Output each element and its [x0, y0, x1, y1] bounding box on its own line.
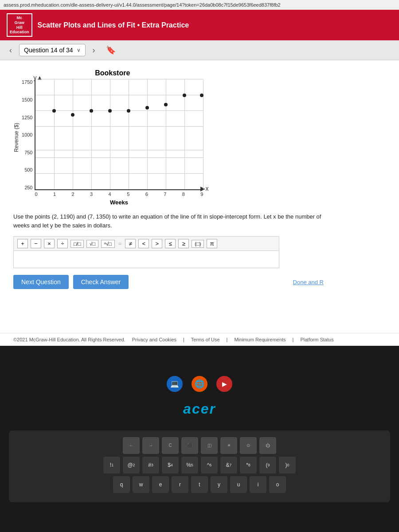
logo-mc: Mc [17, 16, 23, 20]
taskbar-icons: 💻 🌐 ▶ [167, 376, 232, 392]
data-point-w5 [127, 109, 130, 113]
chart-grid: y▲ ▶x [35, 79, 203, 190]
page-title: Scatter Plots and Lines of Fit • Extra P… [38, 21, 189, 29]
kb-dollar-key[interactable]: $4 [162, 457, 179, 473]
chart-title: Bookstore [22, 69, 203, 77]
kb-hash-key[interactable]: #3 [142, 457, 159, 473]
x-axis-label: Weeks [35, 199, 203, 206]
kb-refresh-key[interactable]: C [162, 437, 179, 454]
youtube-icon: ▶ [222, 380, 227, 387]
chrome-icon: 🌐 [195, 379, 204, 389]
kb-at-key[interactable]: @2 [123, 457, 140, 473]
next-nav-button[interactable]: › [90, 45, 98, 56]
buttons-row: Next Question Check Answer Done and R [13, 275, 324, 289]
data-point-w8 [183, 94, 186, 97]
platform-status-link[interactable]: Platform Status [300, 337, 333, 342]
plus-button[interactable]: + [17, 239, 28, 248]
kb-window-key[interactable]: ◫ [201, 437, 218, 454]
question-text: Use the points (2, 1190) and (7, 1350) t… [13, 212, 324, 230]
kb-row-qwerty: q w e r t y u i o [18, 476, 381, 493]
acer-logo: acer [183, 401, 216, 417]
y-labels: 1750 1500 1250 1000 750 500 250 [22, 79, 35, 190]
gt-button[interactable]: > [152, 239, 162, 248]
taskbar-icon-youtube[interactable]: ▶ [216, 376, 232, 392]
question-label: Question 14 of 34 [24, 47, 73, 54]
kb-o-key[interactable]: o [269, 476, 286, 493]
pi-button[interactable]: π [207, 239, 217, 248]
data-point-w2 [71, 113, 74, 117]
kb-u-key[interactable]: u [230, 476, 247, 493]
taskbar-icon-browser[interactable]: 💻 [167, 376, 183, 392]
data-point-w4 [108, 109, 112, 113]
ne-button[interactable]: ≠ [125, 239, 136, 248]
times-button[interactable]: × [44, 239, 55, 248]
parens-button[interactable]: (□) [192, 240, 204, 248]
kb-rparen-key[interactable]: )0 [279, 457, 296, 473]
kb-r-key[interactable]: r [172, 476, 188, 493]
kb-y-key[interactable]: y [211, 476, 227, 493]
kb-w-key[interactable]: w [133, 476, 149, 493]
taskbar-icon-chrome[interactable]: 🌐 [192, 376, 207, 392]
logo-education: Education [10, 30, 29, 35]
kb-row-numbers: !1 @2 #3 $4 %5 ^6 &7 *8 (9 )0 [18, 457, 381, 473]
taskbar-area: 💻 🌐 ▶ acer ← → C ⬛ ◫ ☀ ⊙ ⏻ !1 @2 #3 $4 [0, 346, 399, 532]
check-answer-button[interactable]: Check Answer [73, 275, 129, 289]
sqrt-button[interactable]: √□ [86, 240, 98, 248]
lt-button[interactable]: < [138, 239, 149, 248]
kb-i-key[interactable]: i [250, 476, 266, 493]
chart-container: Revenue ($) Bookstore 1750 1500 1250 100… [13, 69, 386, 206]
data-point-w7 [164, 103, 168, 106]
url-text: assess.prod.mheducation.com/dle-assess-d… [4, 2, 281, 8]
kb-back-key[interactable]: ← [123, 437, 140, 454]
lte-button[interactable]: ≤ [165, 239, 176, 248]
data-point-w6 [145, 106, 149, 110]
nth-root-button[interactable]: ⁿ√□ [101, 240, 115, 248]
kb-power-key[interactable]: ⏻ [259, 437, 276, 454]
kb-square-key[interactable]: ⬛ [181, 437, 198, 454]
data-point-w3 [90, 109, 93, 113]
data-point-w9 [200, 94, 203, 97]
data-point-w1 [52, 109, 56, 113]
bookmark-icon[interactable]: 🔖 [106, 45, 116, 55]
minus-button[interactable]: − [31, 239, 41, 248]
logo-graw: Graw [15, 20, 25, 25]
kb-sound-key[interactable]: ⊙ [240, 437, 257, 454]
gte-button[interactable]: ≥ [178, 239, 189, 248]
kb-fwd-key[interactable]: → [142, 437, 159, 454]
copyright-text: ©2021 McGraw-Hill Education. All Rights … [13, 337, 125, 342]
math-separator: = [118, 240, 122, 247]
kb-star-key[interactable]: *8 [240, 457, 257, 473]
y-arrow-label: y▲ [33, 74, 43, 81]
x-labels: 0 1 2 3 4 5 6 7 8 9 [35, 190, 203, 197]
done-link[interactable]: Done and R [293, 279, 324, 286]
divide-button[interactable]: ÷ [57, 239, 68, 248]
browser-icon: 💻 [170, 379, 179, 388]
terms-link[interactable]: Terms of Use [191, 337, 220, 342]
kb-excl-key[interactable]: !1 [103, 457, 120, 473]
kb-caret-key[interactable]: ^6 [201, 457, 218, 473]
logo-hill: Hill [16, 25, 23, 30]
requirements-link[interactable]: Minimum Requirements [234, 337, 286, 342]
next-question-button[interactable]: Next Question [13, 275, 69, 289]
kb-row-fn: ← → C ⬛ ◫ ☀ ⊙ ⏻ [18, 437, 381, 454]
kb-e-key[interactable]: e [152, 476, 169, 493]
kb-percent-key[interactable]: %5 [181, 457, 198, 473]
kb-q-key[interactable]: q [113, 476, 130, 493]
url-bar: assess.prod.mheducation.com/dle-assess-d… [0, 0, 399, 10]
footer: ©2021 McGraw-Hill Education. All Rights … [0, 333, 399, 346]
prev-question-button[interactable]: ‹ [7, 45, 15, 56]
kb-amp-key[interactable]: &7 [220, 457, 237, 473]
nav-bar: ‹ Question 14 of 34 ∨ › 🔖 [0, 40, 399, 60]
mgh-logo: Mc Graw Hill Education [7, 13, 32, 37]
chart-inner: Bookstore 1750 1500 1250 1000 750 500 25… [22, 69, 203, 206]
chart-grid-area: 1750 1500 1250 1000 750 500 250 y▲ [22, 79, 203, 206]
kb-brightness-key[interactable]: ☀ [220, 437, 237, 454]
question-selector[interactable]: Question 14 of 34 ∨ [19, 44, 86, 56]
y-axis-label: Revenue ($) [13, 123, 20, 152]
kb-lparen-key[interactable]: (9 [259, 457, 276, 473]
fraction-button[interactable]: □/□ [70, 240, 84, 248]
math-input[interactable] [13, 250, 279, 268]
chevron-down-icon: ∨ [77, 47, 81, 53]
kb-t-key[interactable]: t [191, 476, 208, 493]
privacy-link[interactable]: Privacy and Cookies [132, 337, 176, 342]
